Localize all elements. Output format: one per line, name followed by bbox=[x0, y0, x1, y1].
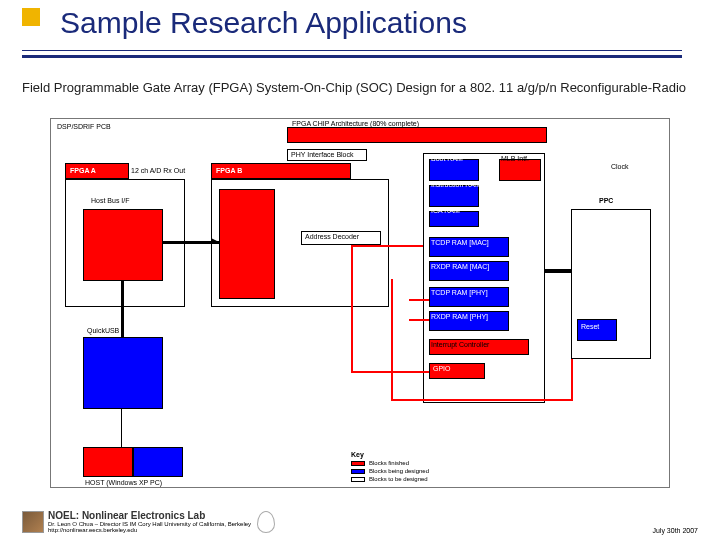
footer-date: July 30th 2007 bbox=[652, 527, 698, 534]
legend-title: Key bbox=[351, 451, 491, 458]
block-hostbus bbox=[83, 209, 163, 281]
title-underline bbox=[22, 50, 682, 58]
label-dec-a: 12 ch A/D Rx Out bbox=[131, 167, 185, 174]
block-bootram bbox=[429, 159, 479, 181]
subtitle-text: Field Programmable Gate Array (FPGA) Sys… bbox=[22, 80, 702, 96]
credit-line-2: http://nonlinear.eecs.berkeley.edu bbox=[48, 527, 251, 534]
label-instr: Instruction RAM bbox=[431, 181, 481, 188]
architecture-diagram: DSP/SDRIF PCB FPGA CHIP Architecture (80… bbox=[50, 118, 670, 488]
chip-icon bbox=[22, 511, 44, 533]
title-fpga-b: FPGA B bbox=[211, 163, 351, 179]
legend-swatch-red bbox=[351, 461, 365, 466]
block-host-red bbox=[83, 447, 133, 477]
label-gpio: GPIO bbox=[433, 365, 451, 372]
label-fpga-chip: FPGA CHIP Architecture (80% complete) bbox=[292, 120, 419, 127]
redwire-7 bbox=[409, 299, 429, 301]
legend: Key Blocks finished Blocks being designe… bbox=[351, 451, 491, 484]
label-ppc: PPC bbox=[599, 197, 613, 204]
conn-fpgaa-quickusb bbox=[121, 281, 124, 337]
redwire-2 bbox=[351, 245, 353, 371]
block-host-blue bbox=[133, 447, 183, 477]
legend-row-todo: Blocks to be designed bbox=[351, 476, 491, 482]
redwire-3 bbox=[351, 371, 429, 373]
block-quickusb bbox=[83, 337, 163, 409]
label-hostbus: Host Bus I/F bbox=[91, 197, 130, 204]
arrow-a-to-b bbox=[211, 238, 217, 244]
redwire-4 bbox=[391, 279, 393, 399]
footer-left: NOEL: Nonlinear Electronics Lab Dr. Leon… bbox=[22, 510, 275, 534]
label-reset: Reset bbox=[581, 323, 599, 330]
title-fpga-a: FPGA A bbox=[65, 163, 129, 179]
footer: NOEL: Nonlinear Electronics Lab Dr. Leon… bbox=[22, 504, 698, 534]
legend-label-finished: Blocks finished bbox=[369, 460, 409, 466]
label-host-bottom: HOST (Windows XP PC) bbox=[85, 479, 162, 486]
label-bootram: Boot RAM bbox=[431, 155, 463, 162]
label-quickusb: QuickUSB bbox=[87, 327, 119, 334]
label-fpga-b: FPGA B bbox=[216, 167, 242, 174]
label-fpga-a: FPGA A bbox=[70, 167, 96, 174]
redwire-5 bbox=[391, 399, 571, 401]
page-title: Sample Research Applications bbox=[60, 6, 467, 40]
conn-stack-ppc bbox=[545, 269, 571, 273]
redwire-8 bbox=[409, 319, 429, 321]
label-mlb: MLB Intf. bbox=[501, 155, 529, 162]
label-rxdp-phy: RXDP RAM [PHY] bbox=[431, 313, 488, 320]
title-accent-square bbox=[22, 8, 40, 26]
block-mlb bbox=[499, 159, 541, 181]
credit-line-1: Dr. Leon O Chua – Director IS IM Cory Ha… bbox=[48, 521, 251, 528]
label-tcdp-mac: TCDP RAM [MAC] bbox=[431, 239, 489, 246]
label-rxdp-mac: RXDP RAM [MAC] bbox=[431, 263, 489, 270]
legend-row-finished: Blocks finished bbox=[351, 460, 491, 466]
conn-quickusb-host bbox=[121, 409, 122, 447]
legend-swatch-blue bbox=[351, 469, 365, 474]
title-bar: Sample Research Applications bbox=[0, 0, 720, 60]
redwire-1 bbox=[351, 245, 423, 247]
label-icaram: ICA RAM bbox=[431, 207, 460, 214]
label-intctrl: Interrupt Controller bbox=[431, 341, 489, 348]
legend-row-designing: Blocks being designed bbox=[351, 468, 491, 474]
legend-label-todo: Blocks to be designed bbox=[369, 476, 428, 482]
university-seal-icon bbox=[257, 511, 275, 533]
redwire-6 bbox=[571, 359, 573, 401]
label-tcdp-phy: TCDP RAM [PHY] bbox=[431, 289, 488, 296]
block-plb bbox=[219, 189, 275, 299]
legend-swatch-white bbox=[351, 477, 365, 482]
label-dsp-pcb: DSP/SDRIF PCB bbox=[57, 123, 111, 130]
label-phy: PHY Interface Block bbox=[291, 151, 354, 158]
label-addr-decoder: Address Decoder bbox=[305, 233, 359, 240]
bar-fpga-chip-architecture: FPGA CHIP Architecture (80% complete) bbox=[287, 127, 547, 143]
lab-name: NOEL: Nonlinear Electronics Lab bbox=[48, 510, 251, 521]
block-instr bbox=[429, 185, 479, 207]
legend-label-designing: Blocks being designed bbox=[369, 468, 429, 474]
label-clock: Clock bbox=[611, 163, 629, 170]
